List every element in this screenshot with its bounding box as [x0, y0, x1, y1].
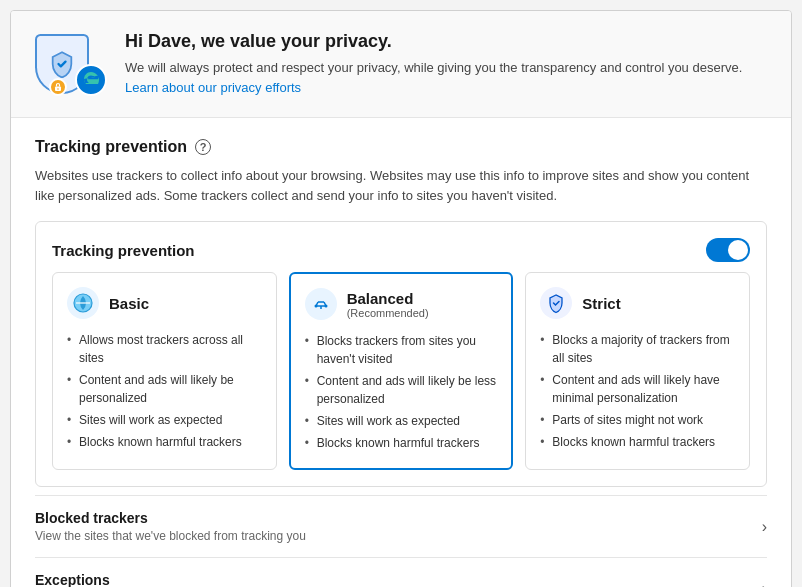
basic-icon [67, 287, 99, 319]
privacy-link[interactable]: Learn about our privacy efforts [125, 80, 301, 95]
edge-browser-icon [75, 64, 107, 96]
basic-bullet-1: Allows most trackers across all sites [67, 329, 262, 369]
card-title: Tracking prevention [52, 242, 195, 259]
tracking-toggle[interactable] [706, 238, 750, 262]
strict-bullet-3: Parts of sites might not work [540, 409, 735, 431]
strict-bullet-4: Blocks known harmful trackers [540, 431, 735, 453]
header-text-block: Hi Dave, we value your privacy. We will … [125, 31, 767, 97]
svg-point-11 [324, 305, 327, 308]
section-description: Websites use trackers to collect info ab… [35, 166, 767, 205]
strict-icon [540, 287, 572, 319]
option-balanced-header: Balanced (Recommended) [305, 288, 498, 320]
balanced-title: Balanced [347, 290, 429, 307]
balanced-subtitle: (Recommended) [347, 307, 429, 319]
tracking-toggle-wrapper [706, 238, 750, 262]
basic-bullet-4: Blocks known harmful trackers [67, 431, 262, 453]
option-strict[interactable]: Strict Blocks a majority of trackers fro… [525, 272, 750, 470]
balanced-bullet-3: Sites will work as expected [305, 410, 498, 432]
svg-point-1 [57, 88, 59, 90]
section-title-row: Tracking prevention ? [35, 138, 767, 156]
strict-bullet-2: Content and ads will likely have minimal… [540, 369, 735, 409]
balanced-list: Blocks trackers from sites you haven't v… [305, 330, 498, 454]
option-basic[interactable]: Basic Allows most trackers across all si… [52, 272, 277, 470]
blocked-trackers-row[interactable]: Blocked trackers View the sites that we'… [35, 495, 767, 557]
option-strict-header: Strict [540, 287, 735, 319]
basic-list: Allows most trackers across all sites Co… [67, 329, 262, 453]
basic-bullet-2: Content and ads will likely be personali… [67, 369, 262, 409]
balanced-bullet-4: Blocks known harmful trackers [305, 432, 498, 454]
exceptions-row[interactable]: Exceptions Allow all trackers on sites y… [35, 557, 767, 587]
strict-title: Strict [582, 295, 620, 312]
lock-badge-icon [49, 78, 67, 96]
tracking-prevention-card: Tracking prevention [35, 221, 767, 487]
card-header: Tracking prevention [52, 238, 750, 262]
blocked-trackers-label: Blocked trackers [35, 510, 306, 526]
settings-window: Hi Dave, we value your privacy. We will … [10, 10, 792, 587]
header-banner: Hi Dave, we value your privacy. We will … [11, 11, 791, 118]
option-basic-header: Basic [67, 287, 262, 319]
exceptions-chevron: › [762, 580, 767, 588]
strict-list: Blocks a majority of trackers from all s… [540, 329, 735, 453]
basic-bullet-3: Sites will work as expected [67, 409, 262, 431]
options-grid: Basic Allows most trackers across all si… [52, 272, 750, 470]
toggle-knob [728, 240, 748, 260]
header-greeting: Hi Dave, we value your privacy. [125, 31, 767, 52]
exceptions-label: Exceptions [35, 572, 234, 587]
header-description: We will always protect and respect your … [125, 58, 767, 97]
balanced-icon [305, 288, 337, 320]
option-balanced[interactable]: Balanced (Recommended) Blocks trackers f… [289, 272, 514, 470]
tracking-prevention-title: Tracking prevention [35, 138, 187, 156]
balanced-bullet-2: Content and ads will likely be less pers… [305, 370, 498, 410]
blocked-trackers-desc: View the sites that we've blocked from t… [35, 529, 306, 543]
svg-point-10 [314, 305, 317, 308]
strict-bullet-1: Blocks a majority of trackers from all s… [540, 329, 735, 369]
help-icon[interactable]: ? [195, 139, 211, 155]
basic-title: Basic [109, 295, 149, 312]
main-content: Tracking prevention ? Websites use track… [11, 118, 791, 587]
balanced-bullet-1: Blocks trackers from sites you haven't v… [305, 330, 498, 370]
header-icon-group [35, 32, 107, 96]
blocked-trackers-chevron: › [762, 518, 767, 536]
svg-point-4 [312, 295, 330, 313]
